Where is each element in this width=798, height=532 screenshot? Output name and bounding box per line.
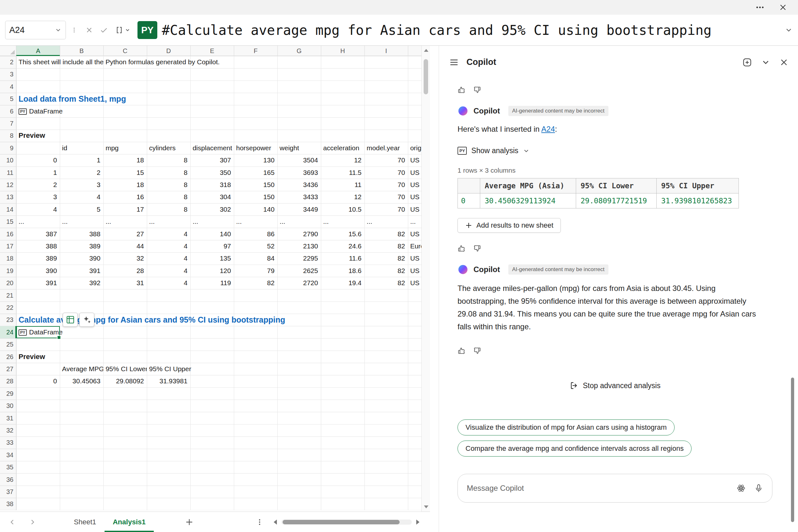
cell-G11[interactable]: 3693	[278, 167, 321, 179]
cell-J17[interactable]: Europe	[408, 240, 421, 252]
cell-H14[interactable]: 10.5	[321, 203, 364, 215]
cell-A28[interactable]: 0	[16, 375, 60, 387]
cell-D9[interactable]: cylinders	[147, 142, 190, 154]
scroll-right-icon[interactable]	[416, 519, 419, 525]
cell-F9[interactable]: horsepower	[234, 142, 278, 154]
row-header-13[interactable]: 13	[0, 191, 16, 203]
cell-D19[interactable]: 4	[147, 265, 190, 277]
cell-B20[interactable]: 392	[60, 277, 103, 289]
row-header-28[interactable]: 28	[0, 375, 16, 387]
name-box-divider-icon[interactable]	[71, 25, 77, 35]
row-header-26[interactable]: 26	[0, 351, 16, 363]
cell-C17[interactable]: 44	[103, 240, 147, 252]
cell-F18[interactable]: 84	[234, 252, 278, 264]
sheet-tab-sheet1[interactable]: Sheet1	[65, 512, 104, 532]
cell-A15[interactable]: ...	[16, 215, 24, 228]
hamburger-menu-icon[interactable]	[449, 58, 459, 67]
cell-B10[interactable]: 1	[60, 154, 103, 166]
vertical-scrollbar[interactable]	[421, 46, 430, 512]
row-header-2[interactable]: 2	[0, 56, 16, 68]
column-header-B[interactable]: B	[60, 46, 103, 56]
cell-F10[interactable]: 130	[234, 154, 278, 166]
analyze-button[interactable]	[79, 313, 94, 327]
cell-B9[interactable]: id	[60, 142, 103, 154]
message-input[interactable]	[467, 484, 728, 493]
microphone-icon[interactable]	[754, 484, 763, 493]
cell-J10[interactable]: US	[408, 154, 419, 166]
row-header-25[interactable]: 25	[0, 338, 16, 350]
name-box[interactable]: A24	[5, 21, 66, 39]
cell-B17[interactable]: 389	[60, 240, 103, 252]
cell-F19[interactable]: 79	[234, 265, 278, 277]
cell-D15[interactable]: ...	[147, 215, 155, 228]
scroll-up-icon[interactable]	[424, 49, 429, 52]
cell-F11[interactable]: 165	[234, 167, 278, 179]
cell-I20[interactable]: 82	[364, 277, 408, 289]
cell-A19[interactable]: 390	[16, 265, 60, 277]
cell-D14[interactable]: 8	[147, 203, 190, 215]
cell-E12[interactable]: 318	[190, 179, 234, 191]
cell-A20[interactable]: 391	[16, 277, 60, 289]
column-header-I[interactable]: I	[364, 46, 408, 56]
cell-I9[interactable]: model.year	[364, 142, 408, 154]
cell-F20[interactable]: 82	[234, 277, 278, 289]
row-header-36[interactable]: 36	[0, 474, 16, 486]
cell-A26[interactable]: Preview	[16, 351, 45, 363]
cell-H10[interactable]: 12	[321, 154, 364, 166]
cell-E20[interactable]: 119	[190, 277, 234, 289]
cell-G13[interactable]: 3433	[278, 191, 321, 203]
row-header-37[interactable]: 37	[0, 486, 16, 498]
row-header-35[interactable]: 35	[0, 461, 16, 473]
insert-data-button[interactable]	[63, 313, 78, 327]
cell-A23[interactable]: Calculate average mpg for Asian cars and…	[16, 314, 285, 326]
cell-G14[interactable]: 3449	[278, 203, 321, 215]
cell-D12[interactable]: 8	[147, 179, 190, 191]
cell-A11[interactable]: 1	[16, 167, 60, 179]
row-header-23[interactable]: 23	[0, 314, 16, 326]
cancel-icon[interactable]	[85, 26, 93, 34]
cell-B11[interactable]: 2	[60, 167, 103, 179]
row-header-21[interactable]: 21	[0, 289, 16, 302]
row-header-29[interactable]: 29	[0, 387, 16, 400]
scroll-down-icon[interactable]	[424, 506, 429, 508]
thumbs-up-icon[interactable]	[457, 86, 466, 94]
cell-B18[interactable]: 390	[60, 252, 103, 264]
cell-E9[interactable]: displacement	[190, 142, 234, 154]
cell-E13[interactable]: 304	[190, 191, 234, 203]
cell-B28[interactable]: 30.45063	[60, 375, 103, 387]
row-header-6[interactable]: 6	[0, 105, 16, 117]
cell-H16[interactable]: 15.6	[321, 228, 364, 240]
column-header-A[interactable]: A	[16, 46, 60, 56]
cell-D28[interactable]: 31.93981	[147, 375, 190, 387]
horizontal-scrollbar-thumb[interactable]	[283, 520, 400, 524]
row-header-16[interactable]: 16	[0, 228, 16, 240]
thumbs-down-icon[interactable]	[473, 346, 481, 355]
cell-D13[interactable]: 8	[147, 191, 190, 203]
cell-C18[interactable]: 32	[103, 252, 147, 264]
cell-G9[interactable]: weight	[278, 142, 321, 154]
add-sheet-button[interactable]	[185, 512, 194, 532]
cell-E19[interactable]: 120	[190, 265, 234, 277]
cell-G16[interactable]: 2790	[278, 228, 321, 240]
vertical-scrollbar-thumb[interactable]	[424, 59, 428, 94]
column-header-G[interactable]: G	[278, 46, 321, 56]
cell-H17[interactable]: 24.6	[321, 240, 364, 252]
cell-C28[interactable]: 29.08092	[103, 375, 147, 387]
next-sheet-icon[interactable]	[28, 518, 36, 526]
cell-A2[interactable]: This sheet will include all the Python f…	[16, 56, 220, 68]
cell-B12[interactable]: 3	[60, 179, 103, 191]
cell-J11[interactable]: US	[408, 167, 419, 179]
row-header-10[interactable]: 10	[0, 154, 16, 166]
prev-sheet-icon[interactable]	[8, 518, 17, 526]
cell-E14[interactable]: 302	[190, 203, 234, 215]
cell-C15[interactable]: ...	[103, 215, 111, 228]
row-header-34[interactable]: 34	[0, 449, 16, 461]
cell-H12[interactable]: 11	[321, 179, 364, 191]
cell-A16[interactable]: 387	[16, 228, 60, 240]
row-header-20[interactable]: 20	[0, 277, 16, 289]
row-header-4[interactable]: 4	[0, 80, 16, 93]
cell-A24[interactable]: PYDataFrame	[16, 326, 63, 338]
cell-A12[interactable]: 2	[16, 179, 60, 191]
cell-C10[interactable]: 18	[103, 154, 147, 166]
cell-C13[interactable]: 16	[103, 191, 147, 203]
